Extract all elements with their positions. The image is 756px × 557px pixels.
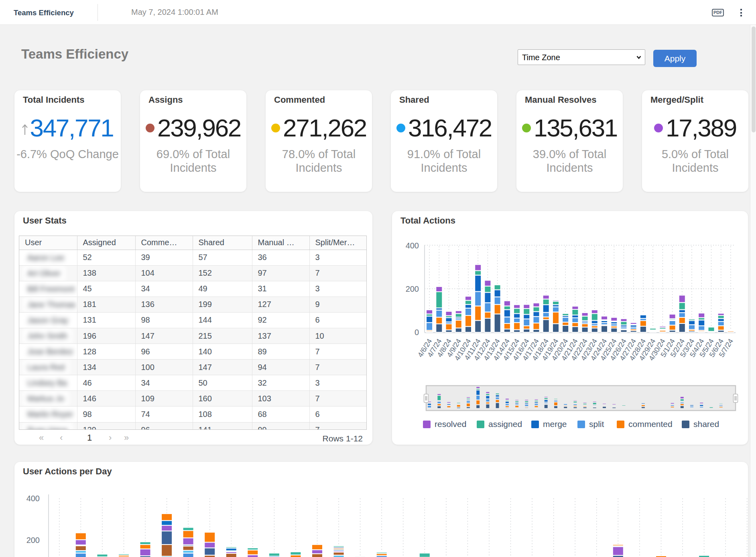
svg-text:0: 0 [415, 328, 419, 337]
svg-text:400: 400 [406, 241, 419, 250]
svg-text:200: 200 [406, 285, 419, 293]
svg-text:split: split [589, 419, 604, 429]
svg-text:assigned: assigned [488, 419, 522, 429]
svg-text:resolved: resolved [435, 419, 466, 429]
svg-text:200: 200 [26, 536, 40, 545]
svg-text:commented: commented [628, 419, 673, 429]
svg-text:400: 400 [26, 494, 40, 503]
svg-text:shared: shared [693, 419, 719, 429]
svg-text:merge: merge [543, 419, 567, 429]
